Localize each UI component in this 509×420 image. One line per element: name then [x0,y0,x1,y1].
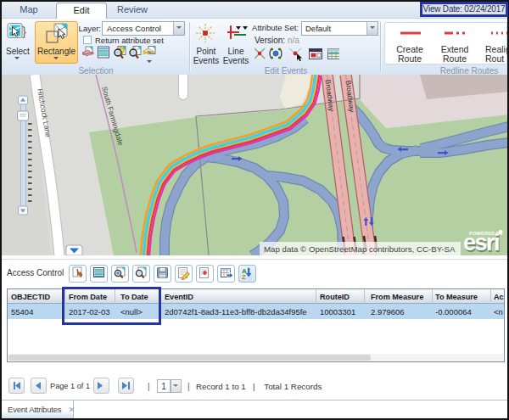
svg-text:esri: esri [463,230,499,255]
svg-text:Map data © OpenStreetMap contr: Map data © OpenStreetMap contributors, C… [264,244,456,254]
svg-text:}: } [22,24,26,38]
svg-text:Z: Z [242,273,246,281]
